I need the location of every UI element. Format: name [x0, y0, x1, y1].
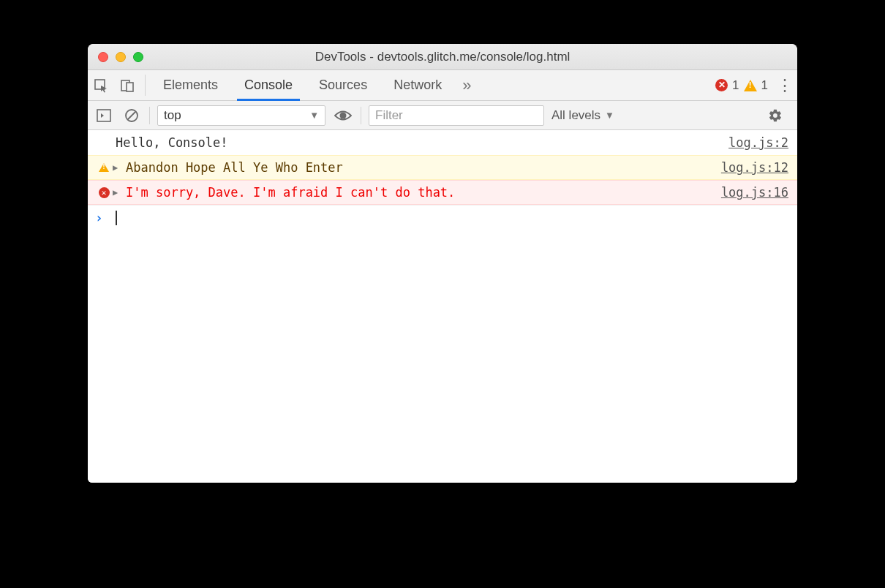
warning-badge-icon — [744, 80, 757, 91]
traffic-lights — [88, 52, 143, 62]
svg-line-5 — [128, 111, 136, 119]
titlebar: DevTools - devtools.glitch.me/console/lo… — [88, 44, 797, 70]
message-source-link[interactable]: log.js:2 — [728, 135, 788, 150]
console-message-error[interactable]: ✕ ▶ I'm sorry, Dave. I'm afraid I can't … — [88, 180, 797, 205]
prompt-caret-icon: › — [95, 210, 111, 225]
error-badge-icon: ✕ — [715, 79, 728, 91]
message-source-link[interactable]: log.js:12 — [721, 160, 788, 175]
chevron-double-right-icon: » — [462, 76, 471, 95]
inspect-element-icon[interactable] — [88, 70, 114, 100]
text-cursor — [116, 211, 117, 225]
maximize-window-button[interactable] — [133, 52, 143, 62]
close-window-button[interactable] — [98, 52, 108, 62]
console-output: Hello, Console! log.js:2 ▶ Abandon Hope … — [88, 130, 797, 483]
error-count: 1 — [732, 78, 739, 93]
window-title: DevTools - devtools.glitch.me/console/lo… — [88, 50, 797, 64]
execution-context-select[interactable]: top ▼ — [157, 105, 325, 126]
tabbar-divider — [145, 75, 146, 96]
tab-sources[interactable]: Sources — [306, 70, 380, 100]
console-message-log[interactable]: Hello, Console! log.js:2 — [88, 130, 797, 155]
error-icon: ✕ — [95, 187, 113, 198]
spacer — [478, 70, 715, 100]
context-value: top — [164, 108, 181, 123]
console-settings-icon[interactable] — [768, 108, 791, 123]
warning-count: 1 — [761, 78, 768, 93]
kebab-icon: ⋮ — [777, 76, 793, 95]
tabbar: Elements Console Sources Network » ✕ 1 1… — [88, 70, 797, 101]
tab-label: Sources — [319, 78, 367, 93]
message-source-link[interactable]: log.js:16 — [721, 185, 788, 200]
toggle-drawer-icon[interactable] — [94, 105, 114, 126]
chevron-down-icon: ▼ — [309, 110, 319, 121]
message-text: I'm sorry, Dave. I'm afraid I can't do t… — [123, 185, 721, 200]
log-levels-select[interactable]: All levels ▼ — [551, 108, 614, 123]
console-message-warning[interactable]: ▶ Abandon Hope All Ye Who Enter log.js:1… — [88, 155, 797, 180]
tab-label: Network — [393, 78, 442, 93]
svg-rect-2 — [127, 83, 133, 91]
tab-elements[interactable]: Elements — [150, 70, 231, 100]
message-text: Hello, Console! — [95, 135, 728, 150]
minimize-window-button[interactable] — [116, 52, 126, 62]
settings-menu-button[interactable]: ⋮ — [772, 70, 797, 100]
live-expression-icon[interactable] — [333, 105, 353, 126]
tab-label: Elements — [163, 78, 218, 93]
toolbar-divider — [361, 107, 361, 124]
filter-input[interactable] — [369, 105, 544, 126]
svg-point-6 — [340, 112, 347, 118]
clear-console-icon[interactable] — [121, 105, 142, 126]
tab-network[interactable]: Network — [380, 70, 455, 100]
chevron-down-icon: ▼ — [605, 110, 614, 121]
more-tabs-button[interactable]: » — [455, 70, 478, 100]
expand-toggle-icon[interactable]: ▶ — [113, 162, 123, 173]
tab-console[interactable]: Console — [231, 70, 306, 100]
warning-icon — [95, 163, 113, 172]
tab-label: Console — [244, 78, 293, 93]
expand-toggle-icon[interactable]: ▶ — [113, 187, 123, 197]
console-toolbar: top ▼ All levels ▼ — [88, 101, 797, 130]
device-toolbar-icon[interactable] — [114, 70, 140, 100]
message-text: Abandon Hope All Ye Who Enter — [123, 160, 721, 175]
console-prompt[interactable]: › — [88, 205, 797, 230]
devtools-window: DevTools - devtools.glitch.me/console/lo… — [88, 44, 797, 483]
issue-badges[interactable]: ✕ 1 1 — [715, 70, 772, 100]
toolbar-divider — [149, 107, 150, 124]
levels-label: All levels — [551, 108, 600, 123]
